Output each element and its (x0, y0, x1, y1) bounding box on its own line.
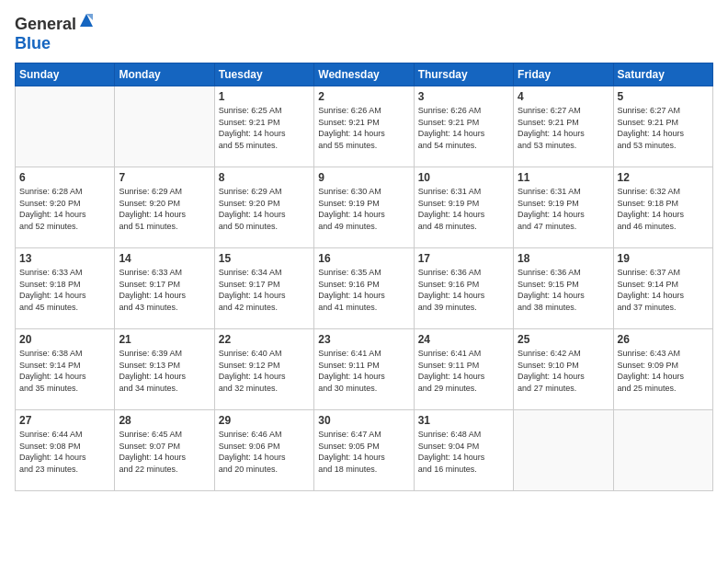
day-info: Sunrise: 6:33 AM Sunset: 9:18 PM Dayligh… (19, 267, 110, 313)
calendar-week-row: 13Sunrise: 6:33 AM Sunset: 9:18 PM Dayli… (16, 248, 713, 329)
day-info: Sunrise: 6:38 AM Sunset: 9:14 PM Dayligh… (19, 348, 110, 394)
day-info: Sunrise: 6:26 AM Sunset: 9:21 PM Dayligh… (418, 105, 509, 151)
calendar-cell: 28Sunrise: 6:45 AM Sunset: 9:07 PM Dayli… (115, 410, 214, 491)
day-number: 4 (518, 90, 609, 103)
calendar-week-row: 20Sunrise: 6:38 AM Sunset: 9:14 PM Dayli… (16, 329, 713, 410)
calendar-week-row: 27Sunrise: 6:44 AM Sunset: 9:08 PM Dayli… (16, 410, 713, 491)
day-info: Sunrise: 6:31 AM Sunset: 9:19 PM Dayligh… (418, 186, 509, 232)
day-info: Sunrise: 6:43 AM Sunset: 9:09 PM Dayligh… (618, 348, 709, 394)
calendar-cell: 10Sunrise: 6:31 AM Sunset: 9:19 PM Dayli… (414, 167, 513, 248)
day-number: 12 (618, 171, 709, 184)
day-number: 31 (418, 414, 509, 427)
calendar-cell: 14Sunrise: 6:33 AM Sunset: 9:17 PM Dayli… (115, 248, 214, 329)
calendar-cell: 11Sunrise: 6:31 AM Sunset: 9:19 PM Dayli… (514, 167, 613, 248)
day-number: 19 (618, 252, 709, 265)
logo-general: General (15, 15, 76, 34)
calendar-cell (16, 86, 115, 167)
weekday-header: Tuesday (214, 63, 313, 86)
calendar-cell: 22Sunrise: 6:40 AM Sunset: 9:12 PM Dayli… (214, 329, 313, 410)
day-number: 21 (119, 333, 210, 346)
calendar-cell: 3Sunrise: 6:26 AM Sunset: 9:21 PM Daylig… (414, 86, 513, 167)
weekday-header: Monday (115, 63, 214, 86)
calendar-cell: 12Sunrise: 6:32 AM Sunset: 9:18 PM Dayli… (613, 167, 712, 248)
logo: General Blue (15, 15, 95, 53)
calendar-cell: 18Sunrise: 6:36 AM Sunset: 9:15 PM Dayli… (514, 248, 613, 329)
day-info: Sunrise: 6:26 AM Sunset: 9:21 PM Dayligh… (318, 105, 409, 151)
day-info: Sunrise: 6:30 AM Sunset: 9:19 PM Dayligh… (318, 186, 409, 232)
day-number: 28 (119, 414, 210, 427)
day-info: Sunrise: 6:45 AM Sunset: 9:07 PM Dayligh… (119, 429, 210, 475)
calendar-cell: 27Sunrise: 6:44 AM Sunset: 9:08 PM Dayli… (16, 410, 115, 491)
day-number: 24 (418, 333, 509, 346)
day-number: 29 (219, 414, 310, 427)
calendar-cell: 15Sunrise: 6:34 AM Sunset: 9:17 PM Dayli… (214, 248, 313, 329)
day-info: Sunrise: 6:46 AM Sunset: 9:06 PM Dayligh… (219, 429, 310, 475)
calendar-cell: 13Sunrise: 6:33 AM Sunset: 9:18 PM Dayli… (16, 248, 115, 329)
logo-icon (78, 12, 95, 29)
calendar-cell: 2Sunrise: 6:26 AM Sunset: 9:21 PM Daylig… (314, 86, 414, 167)
weekday-header: Sunday (16, 63, 115, 86)
day-number: 30 (318, 414, 409, 427)
day-number: 27 (19, 414, 110, 427)
calendar-cell: 31Sunrise: 6:48 AM Sunset: 9:04 PM Dayli… (414, 410, 513, 491)
day-info: Sunrise: 6:40 AM Sunset: 9:12 PM Dayligh… (219, 348, 310, 394)
day-info: Sunrise: 6:29 AM Sunset: 9:20 PM Dayligh… (219, 186, 310, 232)
day-number: 15 (219, 252, 310, 265)
weekday-header: Wednesday (314, 63, 414, 86)
calendar-cell (613, 410, 712, 491)
header: General Blue (15, 15, 713, 53)
day-info: Sunrise: 6:36 AM Sunset: 9:16 PM Dayligh… (418, 267, 509, 313)
day-number: 17 (418, 252, 509, 265)
calendar-cell: 7Sunrise: 6:29 AM Sunset: 9:20 PM Daylig… (115, 167, 214, 248)
day-info: Sunrise: 6:25 AM Sunset: 9:21 PM Dayligh… (219, 105, 310, 151)
day-info: Sunrise: 6:37 AM Sunset: 9:14 PM Dayligh… (618, 267, 709, 313)
calendar-cell: 23Sunrise: 6:41 AM Sunset: 9:11 PM Dayli… (314, 329, 414, 410)
calendar-cell (514, 410, 613, 491)
day-info: Sunrise: 6:32 AM Sunset: 9:18 PM Dayligh… (618, 186, 709, 232)
calendar-cell: 17Sunrise: 6:36 AM Sunset: 9:16 PM Dayli… (414, 248, 513, 329)
day-number: 14 (119, 252, 210, 265)
calendar-table: SundayMondayTuesdayWednesdayThursdayFrid… (15, 63, 713, 491)
logo-blue: Blue (15, 34, 51, 52)
day-number: 8 (219, 171, 310, 184)
day-info: Sunrise: 6:35 AM Sunset: 9:16 PM Dayligh… (318, 267, 409, 313)
day-number: 22 (219, 333, 310, 346)
day-info: Sunrise: 6:41 AM Sunset: 9:11 PM Dayligh… (318, 348, 409, 394)
calendar-cell: 19Sunrise: 6:37 AM Sunset: 9:14 PM Dayli… (613, 248, 712, 329)
day-info: Sunrise: 6:44 AM Sunset: 9:08 PM Dayligh… (19, 429, 110, 475)
calendar-cell: 24Sunrise: 6:41 AM Sunset: 9:11 PM Dayli… (414, 329, 513, 410)
day-info: Sunrise: 6:31 AM Sunset: 9:19 PM Dayligh… (518, 186, 609, 232)
day-number: 5 (618, 90, 709, 103)
day-info: Sunrise: 6:48 AM Sunset: 9:04 PM Dayligh… (418, 429, 509, 475)
calendar-cell (115, 86, 214, 167)
day-info: Sunrise: 6:29 AM Sunset: 9:20 PM Dayligh… (119, 186, 210, 232)
day-number: 7 (119, 171, 210, 184)
calendar-cell: 29Sunrise: 6:46 AM Sunset: 9:06 PM Dayli… (214, 410, 313, 491)
calendar-week-row: 1Sunrise: 6:25 AM Sunset: 9:21 PM Daylig… (16, 86, 713, 167)
page: General Blue SundayMondayTuesdayWednesda… (0, 0, 728, 563)
day-number: 2 (318, 90, 409, 103)
day-info: Sunrise: 6:39 AM Sunset: 9:13 PM Dayligh… (119, 348, 210, 394)
calendar-cell: 21Sunrise: 6:39 AM Sunset: 9:13 PM Dayli… (115, 329, 214, 410)
calendar-header-row: SundayMondayTuesdayWednesdayThursdayFrid… (16, 63, 713, 86)
day-info: Sunrise: 6:34 AM Sunset: 9:17 PM Dayligh… (219, 267, 310, 313)
calendar-cell: 16Sunrise: 6:35 AM Sunset: 9:16 PM Dayli… (314, 248, 414, 329)
weekday-header: Saturday (613, 63, 712, 86)
day-number: 6 (19, 171, 110, 184)
calendar-cell: 5Sunrise: 6:27 AM Sunset: 9:21 PM Daylig… (613, 86, 712, 167)
day-info: Sunrise: 6:42 AM Sunset: 9:10 PM Dayligh… (518, 348, 609, 394)
calendar-cell: 25Sunrise: 6:42 AM Sunset: 9:10 PM Dayli… (514, 329, 613, 410)
day-info: Sunrise: 6:47 AM Sunset: 9:05 PM Dayligh… (318, 429, 409, 475)
calendar-cell: 8Sunrise: 6:29 AM Sunset: 9:20 PM Daylig… (214, 167, 313, 248)
calendar-cell: 9Sunrise: 6:30 AM Sunset: 9:19 PM Daylig… (314, 167, 414, 248)
day-number: 9 (318, 171, 409, 184)
day-number: 16 (318, 252, 409, 265)
day-number: 3 (418, 90, 509, 103)
calendar-cell: 6Sunrise: 6:28 AM Sunset: 9:20 PM Daylig… (16, 167, 115, 248)
calendar-week-row: 6Sunrise: 6:28 AM Sunset: 9:20 PM Daylig… (16, 167, 713, 248)
day-info: Sunrise: 6:28 AM Sunset: 9:20 PM Dayligh… (19, 186, 110, 232)
weekday-header: Friday (514, 63, 613, 86)
day-info: Sunrise: 6:41 AM Sunset: 9:11 PM Dayligh… (418, 348, 509, 394)
weekday-header: Thursday (414, 63, 513, 86)
day-number: 1 (219, 90, 310, 103)
